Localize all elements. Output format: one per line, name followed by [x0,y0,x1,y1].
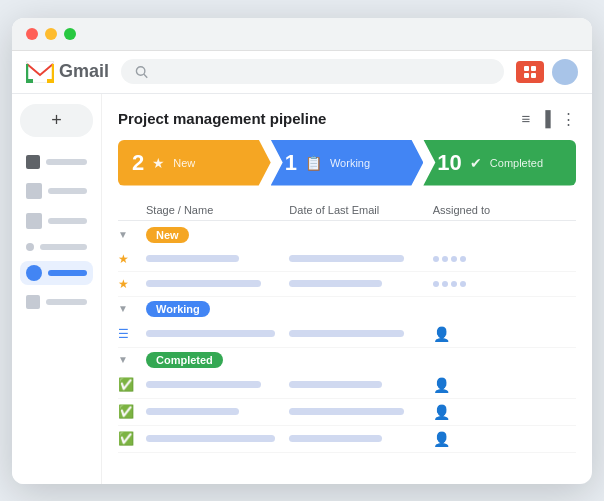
person-icon-4: 👤 [433,431,576,447]
badge-working: Working [146,301,289,317]
row5-date-bar [289,408,404,415]
sidebar-line-2 [48,188,87,194]
maximize-dot[interactable] [64,28,76,40]
row4-date-bar [289,381,382,388]
stage-working-label: Working [330,157,370,169]
sidebar-item-snoozed[interactable] [20,209,93,233]
col-date-email: Date of Last Email [289,204,432,216]
row3-date-bar [289,330,404,337]
compose-plus-icon: + [51,110,62,131]
gmail-bar: Gmail [12,51,592,94]
col-toggle [118,204,146,216]
svg-rect-10 [531,73,536,78]
minimize-dot[interactable] [45,28,57,40]
dot2 [442,256,448,262]
gmail-m-icon [26,61,54,83]
check-icon-1: ✅ [118,377,146,392]
chart-icon[interactable]: ▐ [540,110,551,127]
stage-completed-label: Completed [490,157,543,169]
sidebar-line-5 [48,270,87,276]
box-icon [26,295,40,309]
doc-row-icon: ☰ [118,327,146,341]
gmail-logo: Gmail [26,61,109,83]
table-row: ★ [118,247,576,272]
star-row-icon-1: ★ [118,252,146,266]
table-row: ✅ 👤 [118,399,576,426]
svg-line-6 [144,74,147,77]
active-icon [26,265,42,281]
col-stage-name: Stage / Name [146,204,289,216]
table-row: ✅ 👤 [118,372,576,399]
stage-working-info: Working [330,156,370,169]
sidebar-item-starred[interactable] [20,179,93,203]
row1-date-bar [289,255,404,262]
app-window: Gmail + [12,18,592,484]
search-bar[interactable] [121,59,504,84]
stage-working[interactable]: 1 📋 Working [271,140,424,186]
star-icon [26,183,42,199]
dot4 [460,281,466,287]
table: Stage / Name Date of Last Email Assigned… [118,200,576,453]
send-icon [26,243,34,251]
clock-icon [26,213,42,229]
table-row: ★ [118,272,576,297]
sidebar-line-6 [46,299,87,305]
sidebar-item-active[interactable] [20,261,93,285]
stage-working-icon: 📋 [305,155,322,171]
stage-new-icon: ★ [152,155,165,171]
badge-completed: Completed [146,352,289,368]
table-row: ✅ 👤 [118,426,576,453]
sidebar-line-1 [46,159,87,165]
dot4 [460,256,466,262]
group-row-working: ▼ Working [118,297,576,321]
stage-completed[interactable]: 10 ✔ Completed [423,140,576,186]
dot3 [451,256,457,262]
group-row-new: ▼ New [118,223,576,247]
header-actions: ≡ ▐ ⋮ [522,110,576,128]
sidebar-item-drafts[interactable] [20,291,93,313]
gmail-label: Gmail [59,61,109,82]
stage-completed-info: Completed [490,156,543,169]
svg-point-5 [136,66,144,74]
svg-rect-7 [524,66,529,71]
row6-name-bar [146,435,275,442]
row1-name-bar [146,255,239,262]
sidebar-item-sent[interactable] [20,239,93,255]
page-title: Project management pipeline [118,110,326,127]
avatar[interactable] [552,59,578,85]
sidebar-line-4 [40,244,87,250]
stage-working-count: 1 [285,150,297,176]
chevron-new[interactable]: ▼ [118,229,146,240]
row6-date-bar [289,435,382,442]
dot1 [433,256,439,262]
chevron-working[interactable]: ▼ [118,303,146,314]
grid-svg [523,65,537,79]
row2-date-bar [289,280,382,287]
more-icon[interactable]: ⋮ [561,110,576,128]
person-icon-1: 👤 [433,326,576,342]
group-row-completed: ▼ Completed [118,348,576,372]
pipeline: 2 ★ New 1 📋 Working 10 ✔ [118,140,576,186]
row5-name-bar [146,408,239,415]
dot3 [451,281,457,287]
stage-completed-icon: ✔ [470,155,482,171]
stage-new[interactable]: 2 ★ New [118,140,271,186]
stage-new-count: 2 [132,150,144,176]
content-header: Project management pipeline ≡ ▐ ⋮ [118,110,576,128]
gmail-icons [516,59,578,85]
content-panel: Project management pipeline ≡ ▐ ⋮ 2 ★ Ne… [102,94,592,484]
row3-name-bar [146,330,275,337]
svg-rect-8 [531,66,536,71]
close-dot[interactable] [26,28,38,40]
compose-button[interactable]: + [20,104,93,137]
person-icon-2: 👤 [433,377,576,393]
row1-dots [433,256,576,262]
search-input[interactable] [156,64,490,79]
search-icon [135,65,148,79]
svg-rect-9 [524,73,529,78]
sidebar-item-inbox[interactable] [20,151,93,173]
chevron-completed[interactable]: ▼ [118,354,146,365]
filter-icon[interactable]: ≡ [522,110,531,127]
grid-icon[interactable] [516,61,544,83]
title-bar [12,18,592,51]
